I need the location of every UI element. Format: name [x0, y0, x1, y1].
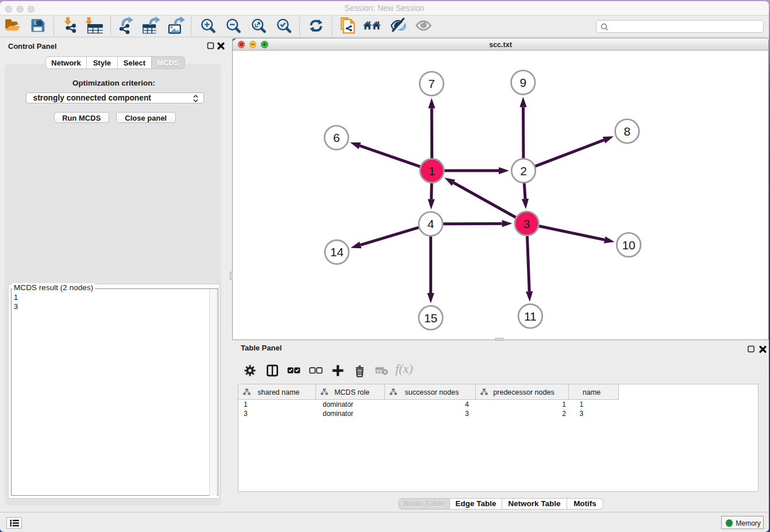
svg-text:14: 14 [330, 245, 344, 259]
svg-text:8: 8 [623, 125, 630, 138]
svg-text:11: 11 [523, 310, 536, 323]
svg-text:3: 3 [523, 217, 530, 230]
svg-text:2: 2 [520, 164, 527, 178]
svg-text:1: 1 [428, 164, 435, 178]
svg-text:4: 4 [427, 217, 434, 230]
svg-text:10: 10 [622, 238, 635, 252]
svg-text:7: 7 [428, 77, 435, 90]
svg-text:9: 9 [519, 76, 526, 89]
svg-text:15: 15 [424, 311, 437, 325]
svg-text:6: 6 [333, 131, 340, 144]
